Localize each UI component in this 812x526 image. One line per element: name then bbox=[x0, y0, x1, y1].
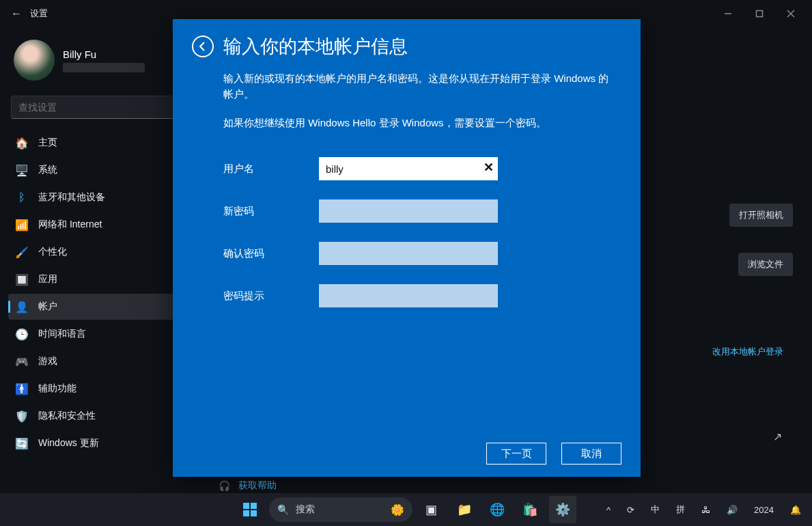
confirm-password-input[interactable] bbox=[319, 242, 498, 265]
taskbar-search-label: 搜索 bbox=[296, 503, 315, 516]
store-icon: 🛍️ bbox=[522, 502, 537, 517]
sidebar-item-network[interactable]: 📶网络和 Internet bbox=[8, 212, 186, 238]
close-button[interactable] bbox=[775, 0, 807, 27]
ime-mode[interactable]: 拼 bbox=[672, 502, 689, 517]
maximize-button[interactable] bbox=[744, 0, 775, 27]
tray-network-icon[interactable]: 🖧 bbox=[697, 503, 714, 516]
help-link[interactable]: 🎧 获取帮助 bbox=[219, 480, 277, 492]
sidebar-item-apps[interactable]: 🔲应用 bbox=[8, 266, 186, 292]
sidebar-item-label: 个性化 bbox=[38, 246, 67, 258]
search-deco-icon: 🌼 bbox=[391, 503, 404, 516]
avatar bbox=[14, 40, 55, 81]
sidebar-item-label: 应用 bbox=[38, 273, 57, 286]
password-hint-input[interactable] bbox=[319, 284, 498, 307]
game-icon: 🎮 bbox=[15, 355, 29, 368]
ime-lang[interactable]: 中 bbox=[647, 502, 664, 517]
taskbar: 🔍 搜索 🌼 ▣ 📁 🌐 🛍️ ⚙️ ^ ⟳ 中 拼 🖧 🔊 2024 🔔 bbox=[0, 493, 812, 526]
home-icon: 🏠 bbox=[15, 136, 29, 150]
new-password-input[interactable] bbox=[319, 199, 498, 223]
sidebar-item-label: 帐户 bbox=[38, 301, 57, 313]
tray-volume-icon[interactable]: 🔊 bbox=[723, 503, 742, 516]
local-account-dialog: 输入你的本地帐户信息 输入新的或现有的本地帐户的用户名和密码。这是你从现在开始用… bbox=[173, 19, 641, 477]
dialog-back-button[interactable] bbox=[192, 36, 214, 57]
start-button[interactable] bbox=[236, 496, 264, 523]
sidebar-item-home[interactable]: 🏠主页 bbox=[8, 130, 186, 156]
sidebar-item-label: 主页 bbox=[38, 137, 57, 149]
explorer-button[interactable]: 📁 bbox=[451, 496, 478, 523]
username-label: 用户名 bbox=[223, 163, 319, 176]
sidebar-item-privacy[interactable]: 🛡️隐私和安全性 bbox=[8, 403, 186, 429]
tray-year[interactable]: 2024 bbox=[750, 503, 778, 516]
bluetooth-icon: ᛒ bbox=[15, 191, 29, 204]
sidebar-item-label: 网络和 Internet bbox=[38, 219, 102, 231]
help-label: 获取帮助 bbox=[238, 480, 277, 492]
sidebar-item-system[interactable]: 🖥️系统 bbox=[8, 157, 186, 183]
taskbar-search[interactable]: 🔍 搜索 🌼 bbox=[269, 497, 412, 522]
store-button[interactable]: 🛍️ bbox=[516, 496, 544, 523]
minimize-button[interactable] bbox=[712, 0, 744, 27]
search-icon: 🔍 bbox=[277, 504, 289, 515]
clock-icon: 🕒 bbox=[15, 327, 29, 341]
local-signin-link[interactable]: 改用本地帐户登录 bbox=[703, 340, 793, 363]
sidebar: Billy Fu 🏠主页 🖥️系统 ᛒ蓝牙和其他设备 📶网络和 Internet… bbox=[0, 27, 191, 493]
nav-list: 🏠主页 🖥️系统 ᛒ蓝牙和其他设备 📶网络和 Internet 🖌️个性化 🔲应… bbox=[8, 130, 191, 456]
system-tray: ^ ⟳ 中 拼 🖧 🔊 2024 🔔 bbox=[602, 502, 805, 517]
edge-button[interactable]: 🌐 bbox=[484, 496, 511, 523]
dialog-title: 输入你的本地帐户信息 bbox=[223, 34, 408, 59]
taskview-icon: ▣ bbox=[425, 502, 437, 517]
headset-icon: 🎧 bbox=[219, 480, 230, 491]
sidebar-item-label: 辅助功能 bbox=[38, 383, 76, 395]
tray-chevron-icon[interactable]: ^ bbox=[602, 503, 615, 516]
apps-icon: 🔲 bbox=[15, 273, 29, 286]
arrow-left-icon bbox=[197, 41, 208, 52]
sidebar-item-update[interactable]: 🔄Windows 更新 bbox=[8, 430, 186, 456]
open-camera-button[interactable]: 打开照相机 bbox=[729, 204, 793, 227]
edge-icon: 🌐 bbox=[490, 502, 505, 517]
sidebar-item-label: 蓝牙和其他设备 bbox=[38, 191, 105, 204]
settings-taskbar-button[interactable]: ⚙️ bbox=[549, 496, 576, 523]
sidebar-item-games[interactable]: 🎮游戏 bbox=[8, 348, 186, 374]
person-icon: 👤 bbox=[15, 300, 29, 314]
window-controls bbox=[712, 0, 807, 27]
tray-notifications-icon[interactable]: 🔔 bbox=[786, 503, 805, 516]
back-button[interactable]: ← bbox=[5, 3, 27, 25]
user-name: Billy Fu bbox=[63, 49, 145, 60]
app-title: 设置 bbox=[30, 8, 48, 20]
system-icon: 🖥️ bbox=[15, 163, 29, 177]
sidebar-item-time-language[interactable]: 🕒时间和语言 bbox=[8, 321, 186, 347]
arrow-left-icon: ← bbox=[11, 8, 22, 20]
search-input[interactable] bbox=[11, 96, 182, 119]
windows-icon bbox=[243, 503, 257, 516]
sidebar-item-accounts[interactable]: 👤帐户 bbox=[8, 294, 186, 320]
svg-rect-1 bbox=[757, 11, 763, 17]
wifi-icon: 📶 bbox=[15, 218, 29, 232]
task-view-button[interactable]: ▣ bbox=[418, 496, 445, 523]
browse-files-button[interactable]: 浏览文件 bbox=[738, 253, 793, 276]
external-link-icon: ↗ bbox=[773, 430, 782, 443]
sidebar-item-label: 系统 bbox=[38, 164, 57, 176]
sidebar-item-bluetooth[interactable]: ᛒ蓝牙和其他设备 bbox=[8, 184, 186, 210]
password-hint-label: 密码提示 bbox=[223, 290, 319, 303]
new-password-label: 新密码 bbox=[223, 205, 319, 218]
sidebar-item-label: 时间和语言 bbox=[38, 328, 86, 340]
user-email-redacted bbox=[63, 63, 145, 72]
dialog-form: 用户名 ✕ 新密码 确认密码 密码提示 bbox=[223, 157, 621, 327]
gear-icon: ⚙️ bbox=[555, 502, 570, 517]
sidebar-item-accessibility[interactable]: 🚹辅助功能 bbox=[8, 376, 186, 402]
shield-icon: 🛡️ bbox=[15, 409, 29, 423]
next-button[interactable]: 下一页 bbox=[486, 443, 546, 465]
brush-icon: 🖌️ bbox=[15, 245, 29, 259]
accessibility-icon: 🚹 bbox=[15, 382, 29, 396]
clear-icon[interactable]: ✕ bbox=[484, 160, 494, 175]
tray-onedrive-icon[interactable]: ⟳ bbox=[623, 503, 639, 516]
cancel-button[interactable]: 取消 bbox=[561, 443, 621, 465]
sidebar-item-label: 游戏 bbox=[38, 355, 57, 368]
user-block[interactable]: Billy Fu bbox=[8, 33, 191, 92]
confirm-password-label: 确认密码 bbox=[223, 247, 319, 260]
search-field[interactable] bbox=[18, 102, 174, 113]
dialog-description-2: 如果你想继续使用 Windows Hello 登录 Windows，需要设置一个… bbox=[223, 117, 621, 130]
sidebar-item-personalize[interactable]: 🖌️个性化 bbox=[8, 239, 186, 265]
username-input[interactable] bbox=[319, 157, 498, 180]
sidebar-item-label: 隐私和安全性 bbox=[38, 410, 96, 422]
update-icon: 🔄 bbox=[15, 437, 29, 450]
